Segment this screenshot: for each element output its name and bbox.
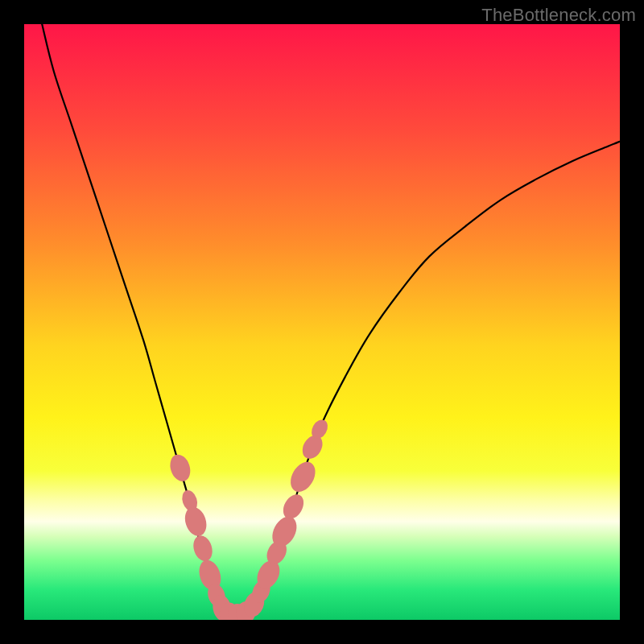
gradient-background (24, 24, 620, 620)
chart-frame: TheBottleneck.com (0, 0, 644, 644)
watermark-text: TheBottleneck.com (481, 5, 636, 26)
plot-svg (24, 24, 620, 620)
plot-area (24, 24, 620, 620)
